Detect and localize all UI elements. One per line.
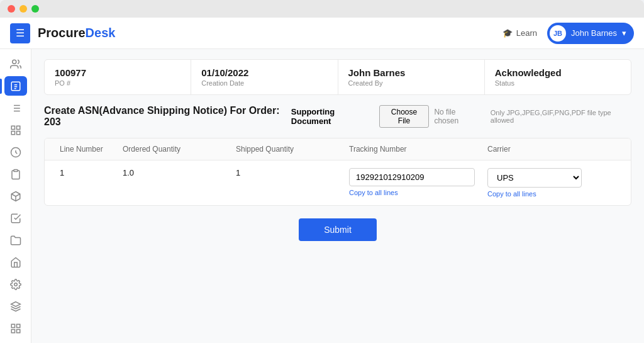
sidebar-item-clipboard[interactable] (4, 164, 27, 184)
choose-file-button[interactable]: Choose File (379, 105, 430, 128)
status-cell: Acknowledged Status (485, 60, 631, 94)
col-line-number: Line Number (55, 138, 118, 160)
content-area: 100977 PO # 01/10/2022 Creation Date Joh… (31, 49, 644, 343)
po-number-value: 100977 (55, 67, 180, 78)
sidebar-item-list[interactable] (4, 98, 27, 118)
col-shipped-qty: Shipped Quantity (231, 138, 344, 160)
maximize-dot[interactable] (31, 5, 39, 13)
status-label: Status (495, 79, 621, 87)
submit-button[interactable]: Submit (299, 218, 377, 241)
submit-row: Submit (44, 218, 631, 241)
svg-rect-10 (11, 131, 14, 134)
sidebar-item-settings[interactable] (4, 274, 27, 294)
logo-procure: Procure (38, 26, 86, 40)
creation-date-cell: 01/10/2022 Creation Date (191, 60, 338, 94)
avatar: JB (550, 25, 566, 42)
sidebar-item-grid[interactable] (4, 120, 27, 140)
tracking-number-input[interactable] (349, 168, 475, 186)
sidebar-item-users[interactable] (4, 54, 27, 74)
supporting-document-section: Supporting Document Choose File No file … (291, 105, 631, 128)
sidebar-item-folder[interactable] (4, 230, 27, 250)
created-by-cell: John Barnes Created By (338, 60, 485, 94)
top-header: ☰ ProcureDesk 🎓 Learn JB John Barnes ▾ (0, 18, 644, 49)
col-ordered-qty: Ordered Quantity (118, 138, 231, 160)
svg-rect-11 (16, 131, 19, 134)
graduation-icon: 🎓 (502, 28, 513, 38)
svg-rect-19 (16, 329, 19, 332)
cell-shipped-qty: 1 (231, 160, 344, 185)
copy-tracking-link[interactable]: Copy to all lines (349, 189, 477, 196)
cell-carrier: UPS FedEx DHL USPS Copy to all lines (482, 160, 621, 205)
cell-tracking-number: Copy to all lines (344, 160, 482, 204)
asn-table: Line Number Ordered Quantity Shipped Qua… (44, 138, 631, 206)
table-header: Line Number Ordered Quantity Shipped Qua… (45, 138, 631, 160)
minimize-dot[interactable] (19, 5, 27, 13)
svg-rect-17 (16, 324, 19, 327)
header-left: ☰ ProcureDesk (10, 23, 115, 43)
po-number-label: PO # (55, 79, 180, 87)
hamburger-icon: ☰ (16, 27, 25, 39)
sidebar-item-apps[interactable] (4, 318, 27, 338)
chevron-down-icon: ▾ (622, 28, 626, 38)
page-title: Create ASN(Advance Shipping Notice) For … (44, 105, 291, 128)
svg-rect-18 (11, 329, 14, 332)
sidebar (0, 49, 31, 343)
po-number-cell: 100977 PO # (45, 60, 191, 94)
user-menu-button[interactable]: JB John Barnes ▾ (547, 23, 634, 44)
sidebar-item-packages[interactable] (4, 186, 27, 206)
cell-line-number: 1 (55, 160, 118, 185)
sidebar-item-checklist[interactable] (4, 208, 27, 228)
logo-desk: Desk (86, 26, 116, 40)
svg-point-14 (14, 283, 17, 286)
col-tracking-number: Tracking Number (344, 138, 482, 160)
creation-date-value: 01/10/2022 (201, 67, 327, 78)
file-types-text: Only JPG,JPEG,GIF,PNG,PDF file type allo… (491, 109, 631, 124)
svg-rect-16 (11, 324, 14, 327)
hamburger-button[interactable]: ☰ (10, 23, 30, 43)
sidebar-item-company[interactable] (4, 252, 27, 272)
main-layout: 100977 PO # 01/10/2022 Creation Date Joh… (0, 49, 644, 343)
svg-point-0 (12, 60, 16, 64)
learn-button[interactable]: 🎓 Learn (502, 28, 537, 38)
header-right: 🎓 Learn JB John Barnes ▾ (502, 23, 634, 44)
no-file-text: No file chosen (434, 108, 480, 125)
creation-date-label: Creation Date (201, 79, 327, 87)
svg-marker-15 (11, 301, 20, 306)
svg-rect-9 (16, 126, 19, 129)
sidebar-item-orders[interactable] (4, 76, 27, 96)
table-row: 1 1.0 1 Copy to all lines UPS FedEx DHL … (45, 160, 631, 205)
created-by-label: Created By (348, 79, 474, 87)
cell-ordered-qty: 1.0 (118, 160, 231, 185)
svg-rect-8 (11, 126, 14, 129)
sidebar-item-layers[interactable] (4, 296, 27, 316)
page-title-row: Create ASN(Advance Shipping Notice) For … (44, 105, 631, 128)
created-by-value: John Barnes (348, 67, 474, 78)
close-dot[interactable] (8, 5, 15, 13)
status-value: Acknowledged (495, 67, 621, 78)
col-carrier: Carrier (482, 138, 621, 160)
supporting-doc-label: Supporting Document (291, 107, 374, 126)
svg-rect-12 (14, 169, 18, 171)
carrier-select[interactable]: UPS FedEx DHL USPS (487, 168, 582, 188)
copy-carrier-link[interactable]: Copy to all lines (487, 190, 616, 198)
info-bar: 100977 PO # 01/10/2022 Creation Date Joh… (44, 59, 631, 95)
sidebar-item-team[interactable] (4, 142, 27, 162)
logo: ProcureDesk (38, 26, 115, 40)
